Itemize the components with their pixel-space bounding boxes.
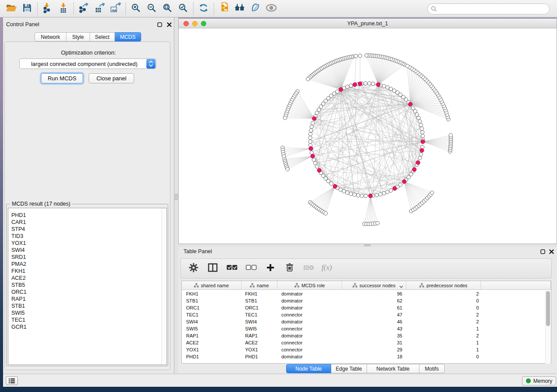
open-session-button[interactable] xyxy=(3,1,19,16)
search-input[interactable] xyxy=(427,3,550,14)
save-session-button[interactable] xyxy=(19,1,35,16)
refresh-layout-button[interactable] xyxy=(196,1,211,16)
tab-node-table[interactable]: Node Table xyxy=(286,364,331,373)
mcds-list-scrollbar[interactable] xyxy=(161,208,166,364)
export-image-button[interactable] xyxy=(107,1,123,16)
table-row[interactable]: ORC1ORC1dominator610 xyxy=(182,304,551,311)
optimization-select[interactable]: largest connected component (undirected) xyxy=(19,58,156,69)
deselect-all-icon xyxy=(246,264,257,273)
split-columns-icon xyxy=(208,263,218,274)
network-graph[interactable] xyxy=(179,28,557,244)
network-canvas[interactable] xyxy=(179,28,557,244)
column-header-MCDS-role[interactable]: MCDS role xyxy=(277,281,342,290)
cell-successor-nodes: 62 xyxy=(343,297,402,304)
cell-successor-nodes: 96 xyxy=(343,290,402,297)
network-window-titlebar[interactable]: YPA_prune.txt_1 xyxy=(179,19,557,28)
sort-descending-icon xyxy=(399,284,403,289)
export-network-button[interactable] xyxy=(76,1,92,16)
zoom-fit-button[interactable] xyxy=(159,1,175,16)
tab-motifs[interactable]: Motifs xyxy=(419,364,445,373)
control-panel: Control Panel NetworkStyleSelectMCDS Opt… xyxy=(3,17,174,374)
close-panel-icon[interactable] xyxy=(166,22,172,28)
mcds-result-item[interactable]: STP4 xyxy=(8,226,166,233)
float-table-panel-icon[interactable] xyxy=(540,249,546,254)
table-row[interactable]: ACE2ACE2connector311 xyxy=(182,339,551,346)
table-row[interactable]: TEC1TEC1connector472 xyxy=(182,311,551,318)
mcds-result-item[interactable]: CAR1 xyxy=(8,219,166,226)
add-column-button[interactable] xyxy=(264,261,277,276)
mcds-result-item[interactable]: STB1 xyxy=(8,303,166,309)
table-scrollbar[interactable] xyxy=(545,290,550,364)
mcds-result-item[interactable]: TID3 xyxy=(8,233,166,240)
tab-network[interactable]: Network xyxy=(35,32,66,41)
mcds-result-item[interactable]: PMA2 xyxy=(8,261,166,268)
memory-button[interactable]: Memory xyxy=(522,376,556,385)
cell-mcds-role: connector xyxy=(281,311,302,318)
export-table-button[interactable] xyxy=(92,1,107,16)
mcds-result-item[interactable]: SWI4 xyxy=(8,247,166,254)
birdseye-button[interactable] xyxy=(263,1,279,16)
zoom-out-button[interactable] xyxy=(144,1,159,16)
close-panel-button[interactable]: Close panel xyxy=(89,73,134,83)
mcds-result-item[interactable]: TEC1 xyxy=(8,316,166,323)
column-tree-icon xyxy=(419,283,424,289)
column-tree-icon xyxy=(194,283,199,289)
column-header-predecessor-nodes[interactable]: predecessor nodes xyxy=(406,281,481,290)
delete-column-button[interactable] xyxy=(283,261,296,276)
home-button[interactable] xyxy=(232,1,248,16)
cell-shared-name: SWI4 xyxy=(186,318,198,325)
horizontal-splitter-handle[interactable] xyxy=(364,244,370,246)
mcds-result-item[interactable]: RAP1 xyxy=(8,296,166,303)
mcds-result-item[interactable]: SRD1 xyxy=(8,254,166,261)
table-scrollbar-thumb[interactable] xyxy=(546,291,550,326)
mcds-result-item[interactable]: STB5 xyxy=(8,282,166,289)
gear-button[interactable] xyxy=(187,261,200,276)
table-row[interactable]: PHD1PHD1dominator180 xyxy=(182,353,551,360)
table-row[interactable]: YOX1YOX1connector291 xyxy=(182,346,551,353)
mcds-result-list[interactable]: PHD1CAR1STP4TID3YOX1SWI4SRD1PMA2FKH1ACE2… xyxy=(8,208,167,365)
mcds-result-item[interactable]: ORC1 xyxy=(8,289,166,296)
import-table-button[interactable] xyxy=(55,1,71,16)
cell-mcds-role: connector xyxy=(281,339,302,346)
table-row[interactable]: SWI4SWI4dominator462 xyxy=(182,318,551,325)
mcds-result-item[interactable]: SWI5 xyxy=(8,309,166,316)
vertical-splitter-handle[interactable] xyxy=(175,194,178,200)
zoom-selected-button[interactable] xyxy=(175,1,191,16)
select-all-button[interactable] xyxy=(225,261,239,276)
column-header-name[interactable]: name xyxy=(242,281,278,290)
table-row[interactable]: STB1STB1dominator620 xyxy=(182,297,551,304)
vision-icon xyxy=(250,3,261,14)
vertical-splitter[interactable] xyxy=(174,17,178,374)
mcds-result-item[interactable]: FKH1 xyxy=(8,268,166,275)
task-history-button[interactable] xyxy=(6,376,18,385)
table-row[interactable]: RAP1RAP1dominator352 xyxy=(182,332,551,339)
tab-mcds[interactable]: MCDS xyxy=(115,32,141,41)
mcds-result-item[interactable]: PHD1 xyxy=(8,212,166,219)
tab-network-table[interactable]: Network Table xyxy=(367,364,419,373)
zoom-selected-icon xyxy=(178,3,188,14)
mcds-result-item[interactable]: ACE2 xyxy=(8,275,166,282)
zoom-in-button[interactable] xyxy=(128,1,144,16)
column-header-successor-nodes[interactable]: successor nodes xyxy=(342,281,406,290)
vision-button[interactable] xyxy=(248,1,263,16)
mcds-result-item[interactable]: GCR1 xyxy=(8,323,166,330)
tab-edge-table[interactable]: Edge Table xyxy=(331,364,367,373)
tab-select[interactable]: Select xyxy=(90,32,115,41)
tab-style[interactable]: Style xyxy=(66,32,90,41)
network-window-title: YPA_prune.txt_1 xyxy=(179,21,557,27)
deselect-all-button[interactable] xyxy=(245,261,258,276)
float-panel-icon[interactable] xyxy=(157,22,163,28)
column-header-shared-name[interactable]: shared name xyxy=(182,281,242,290)
cell-predecessor-nodes: 1 xyxy=(407,325,479,332)
table-row[interactable]: SWI5SWI5connector431 xyxy=(182,325,551,332)
share-session-button[interactable] xyxy=(216,1,232,16)
import-network-button[interactable] xyxy=(40,1,55,16)
run-mcds-button[interactable]: Run MCDS xyxy=(41,73,83,83)
cell-mcds-role: dominator xyxy=(281,353,303,360)
table-row[interactable]: FKH1FKH1dominator962 xyxy=(182,290,551,297)
split-columns-button[interactable] xyxy=(206,261,219,276)
mcds-result-item[interactable]: YOX1 xyxy=(8,240,166,247)
column-header-filler[interactable] xyxy=(481,281,551,290)
close-table-panel-icon[interactable] xyxy=(549,249,554,254)
node-table-header: shared namenameMCDS rolesuccessor nodesp… xyxy=(182,281,551,290)
